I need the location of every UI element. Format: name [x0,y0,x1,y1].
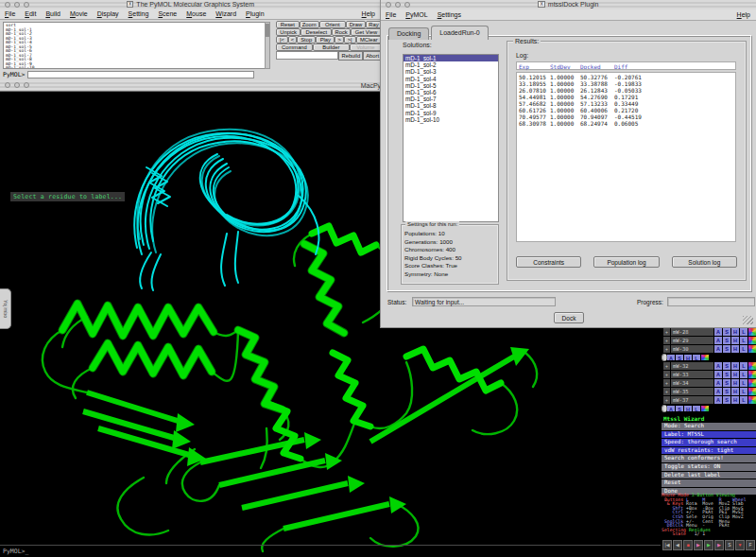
solution-item[interactable]: mD-1_sol-1 [404,55,498,61]
vcr-item-button[interactable]: ▶ [714,540,724,550]
button-item[interactable]: >| [344,36,356,44]
expand-icon[interactable]: + [663,371,670,378]
button-ray[interactable]: Ray [366,21,382,28]
object-name[interactable]: mW-32 [671,362,713,370]
object-a-menu-button[interactable]: A [714,379,722,387]
constraints-button[interactable]: Constraints [516,256,581,268]
close-button[interactable] [5,2,10,8]
button-reset[interactable]: Reset [276,21,300,28]
vcr-item-button[interactable]: ▶ [694,540,703,550]
vcr-item-button[interactable]: ▼ [735,540,745,550]
object-h-menu-button[interactable]: H [731,371,739,378]
solution-item[interactable]: mD-1_sol-6 [404,89,498,96]
wizard-delete-last-label[interactable]: Delete last label [662,472,756,479]
object-l-menu-button[interactable]: L [740,388,747,395]
object-a-menu-button[interactable]: A [667,355,675,360]
wizard-vdw-restraints-tight[interactable]: vdW restraints: tight [662,447,756,455]
object-name[interactable]: mW-28 [671,328,713,336]
object-h-menu-button[interactable]: H [731,337,739,344]
wizard-speed-thorough-search[interactable]: Speed: thorough search [662,439,756,446]
object-h-menu-button[interactable]: H [684,406,692,411]
log-table-body[interactable]: 50.120151.0000050.32776-0.2076133.189551… [516,72,736,242]
button-unpick[interactable]: Unpick [276,28,301,36]
object-h-menu-button[interactable]: H [731,328,739,336]
solution-log-button[interactable]: Solution log [672,256,737,268]
expand-icon[interactable]: + [663,328,670,336]
menu-help[interactable]: Help [731,9,756,20]
button-builder[interactable]: Builder [313,44,350,51]
vcr-item-button[interactable]: ◀ [673,540,682,550]
vcr-item-button[interactable]: |◀ [662,540,672,550]
button-rock[interactable]: Rock [332,28,350,36]
solution-item[interactable]: mD-1_sol-9 [404,110,498,116]
resize-grip[interactable] [743,316,753,324]
vcr-item-button[interactable]: ▶ [704,540,713,550]
close-button[interactable] [5,82,10,88]
object-h-menu-button[interactable]: H [731,362,739,370]
solution-item[interactable]: mD-1_sol-7 [404,96,498,102]
zoom-button[interactable] [24,82,29,88]
solution-item[interactable]: mD-1_sol-2 [404,61,498,68]
object-s-menu-button[interactable]: S [723,379,730,387]
vcr-f-button[interactable]: F [746,540,755,550]
button-get-view[interactable]: Get View [351,28,382,36]
vcr-s-button[interactable]: S [725,540,734,550]
population-log-button[interactable]: Population log [593,256,659,268]
tab-loadedrun-0[interactable]: LoadedRun-0 [431,26,488,40]
output-log-textarea[interactable]: sortmD-1_sol-1mD-1_sol-2mD-1_sol-3mD-1_s… [3,22,269,69]
solution-item[interactable]: mD-1_sol-10 [404,116,498,123]
menu-movie[interactable]: Movie [65,9,93,18]
wizard-reset[interactable]: Reset [662,479,756,487]
zoom-button[interactable] [24,2,29,8]
object-color-menu-button[interactable] [748,388,756,395]
object-s-menu-button[interactable]: S [723,345,730,353]
object-h-menu-button[interactable]: H [731,388,739,395]
object-a-menu-button[interactable]: A [714,345,722,353]
object-l-menu-button[interactable]: L [740,396,747,404]
menu-scene[interactable]: Scene [153,9,181,18]
rebuild-button[interactable]: Rebuild [338,51,363,61]
object-name[interactable]: labelsProteinA [664,406,666,411]
expand-icon[interactable]: + [663,362,670,370]
command-input[interactable] [27,71,254,78]
object-color-menu-button[interactable] [701,406,709,411]
object-l-menu-button[interactable]: L [740,371,747,378]
object-a-menu-button[interactable]: A [714,388,722,395]
object-h-menu-button[interactable]: H [684,355,692,360]
object-a-menu-button[interactable]: A [714,396,722,404]
object-s-menu-button[interactable]: S [723,388,730,395]
zoom-button[interactable] [404,2,410,8]
menu-file[interactable]: File [0,9,20,18]
button-play[interactable]: Play [316,36,335,44]
wizard-toggle-states-on[interactable]: Toggle states: ON [662,463,756,471]
builder-input[interactable] [276,51,338,60]
object-s-menu-button[interactable]: S [723,371,730,378]
object-a-menu-button[interactable]: A [714,362,722,370]
object-l-menu-button[interactable]: L [693,406,700,411]
window-lights[interactable] [5,2,29,8]
solution-item[interactable]: mD-1_sol-3 [404,68,498,75]
object-color-menu-button[interactable] [748,328,756,336]
object-color-menu-button[interactable] [748,345,756,353]
minimize-button[interactable] [395,2,401,8]
object-l-menu-button[interactable]: L [740,379,747,387]
minimize-button[interactable] [14,82,20,88]
plugin-menu-file[interactable]: File [381,9,401,20]
button-draw[interactable]: Draw [346,21,366,28]
button-item[interactable]: |< [276,36,288,44]
object-name[interactable]: mW-35 [671,388,713,395]
object-color-menu-button[interactable] [748,379,756,387]
wizard-search-conformers[interactable]: Search conformers! [662,455,756,462]
object-l-menu-button[interactable]: L [740,345,747,353]
wizard-label-mtssl[interactable]: Label: MTSSL [662,431,756,439]
wizard-mode-search[interactable]: Mode: Search [662,423,756,430]
object-color-menu-button[interactable] [748,396,756,404]
object-l-menu-button[interactable]: L [693,355,700,360]
menu-setting[interactable]: Setting [124,9,154,18]
menu-mouse[interactable]: Mouse [181,9,211,18]
object-s-menu-button[interactable]: S [723,328,730,336]
button-item[interactable]: > [335,36,343,44]
object-l-menu-button[interactable]: L [740,362,747,370]
button-command[interactable]: Command [276,44,313,51]
object-color-menu-button[interactable] [748,337,756,344]
